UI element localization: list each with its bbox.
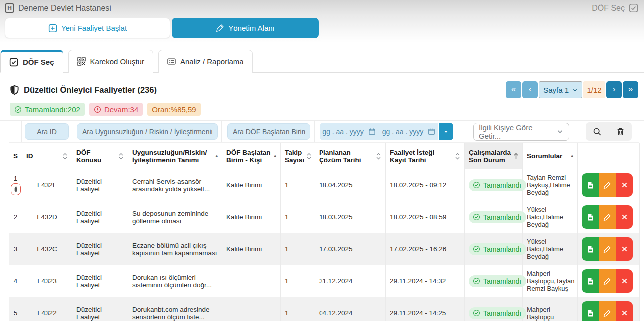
attachment-icon[interactable] bbox=[11, 184, 21, 196]
cell-follow-count: 1 bbox=[281, 234, 315, 266]
delete-button[interactable] bbox=[616, 174, 633, 197]
edit-button[interactable] bbox=[599, 174, 616, 197]
header-follow-label: Takip Sayısı bbox=[285, 149, 304, 164]
search-id-input[interactable] bbox=[25, 124, 69, 140]
date-to-input[interactable]: gg . aa . yyyy bbox=[379, 123, 438, 140]
qr-code-icon bbox=[77, 58, 86, 66]
status-badge: Tamamlandı bbox=[469, 212, 526, 224]
person-filter-select[interactable]: İlgili Kişiye Göre Getir... bbox=[473, 123, 569, 141]
header-id[interactable]: ID bbox=[22, 144, 72, 170]
cell-responsible: Yüksel Balcı,Halime Beydağ bbox=[523, 234, 578, 266]
hospital-icon: H bbox=[5, 4, 14, 13]
edit-button[interactable] bbox=[599, 238, 616, 261]
header-definition[interactable]: Uygunsuzluğun/Riskin/ İyileştirmenin Tan… bbox=[128, 144, 222, 170]
header-requested[interactable]: Faaliyet İsteği Kayıt Tarihi bbox=[386, 144, 465, 170]
view-report-button[interactable] bbox=[582, 302, 599, 321]
calendar-icon[interactable] bbox=[428, 128, 435, 136]
edit-button[interactable] bbox=[599, 206, 616, 229]
checkbox-icon bbox=[9, 58, 18, 67]
cell-follow-count: 1 bbox=[281, 170, 315, 202]
header-unit[interactable]: DÖF Başlatan Birim - Kişi• bbox=[222, 144, 281, 170]
calendar-icon[interactable] bbox=[368, 128, 376, 136]
header-topic[interactable]: DÖF Konusu bbox=[72, 144, 128, 170]
header-responsible[interactable]: Sorumlular• bbox=[523, 144, 578, 170]
table-row[interactable]: 3 F432C Düzeltici Faaliyet Eczane bölümü… bbox=[9, 234, 640, 266]
first-page-button[interactable]: « bbox=[506, 82, 521, 98]
ratio-badge: Oran:%85,59 bbox=[147, 103, 200, 116]
page-select[interactable]: Sayfa 1 bbox=[539, 82, 582, 98]
edit-button[interactable] bbox=[599, 270, 616, 293]
header-requested-label: Faaliyet İsteği Kayıt Tarihi bbox=[390, 149, 453, 164]
cell-request-date: 18.02.2025 - 08:59 bbox=[386, 202, 465, 234]
clear-filters-button[interactable] bbox=[609, 122, 632, 141]
filter-id-cell bbox=[22, 121, 72, 142]
edit-button[interactable] bbox=[599, 302, 616, 321]
sort-icon bbox=[306, 152, 312, 160]
search-definition-input[interactable] bbox=[77, 124, 218, 140]
document-icon bbox=[586, 182, 594, 190]
status-label: Tamamlandı bbox=[483, 214, 521, 222]
plus-square-icon bbox=[48, 24, 57, 33]
table-row[interactable]: 2 F432D Düzeltici Faaliyet Su deposunun … bbox=[9, 202, 640, 234]
view-report-button[interactable] bbox=[582, 174, 599, 197]
delete-button[interactable] bbox=[616, 206, 633, 229]
hospital-name: Deneme Devlet Hastanesi bbox=[18, 4, 111, 13]
search-button[interactable] bbox=[586, 122, 609, 141]
cell-planned-date: 18.03.2025 bbox=[315, 202, 386, 234]
shield-icon bbox=[10, 86, 19, 95]
exclamation-circle-icon bbox=[94, 106, 101, 114]
header-unit-label: DÖF Başlatan Birim - Kişi bbox=[226, 149, 272, 164]
cell-definition: Dorukan ısı ölçümleri sisteminin ölçümle… bbox=[128, 266, 222, 298]
prev-page-button[interactable]: ‹ bbox=[522, 82, 538, 98]
check-circle-icon bbox=[473, 310, 480, 317]
table-row[interactable]: 4 F4323 Düzeltici Faaliyet Dorukan ısı ö… bbox=[9, 266, 640, 298]
date-to-placeholder: gg . aa . yyyy bbox=[382, 128, 423, 136]
tab-dof-sec[interactable]: DÖF Seç bbox=[0, 50, 63, 73]
caret-down-icon bbox=[443, 128, 449, 135]
row-actions bbox=[582, 238, 633, 261]
column-menu-icon[interactable]: • bbox=[274, 152, 276, 160]
header-status[interactable]: Çalışmalarda Son Durum bbox=[465, 144, 523, 170]
check-circle-icon bbox=[473, 246, 480, 253]
ongoing-badge-label: Devam:34 bbox=[104, 106, 138, 114]
new-activity-button[interactable]: Yeni Faaliyet Başlat bbox=[5, 18, 170, 38]
cell-topic: Düzeltici Faaliyet bbox=[72, 298, 128, 321]
cell-unit: Kalite Birimi bbox=[222, 234, 281, 266]
tab-analiz-raporlama[interactable]: Analiz / Raporlama bbox=[158, 50, 253, 73]
page-title-label: Düzeltici Önleyici Faaliyetler (236) bbox=[24, 86, 157, 95]
header-follow[interactable]: Takip Sayısı bbox=[281, 144, 315, 170]
date-from-input[interactable]: gg . aa . yyyy bbox=[320, 123, 379, 140]
view-report-button[interactable] bbox=[582, 206, 599, 229]
cell-id: F432D bbox=[22, 202, 72, 234]
pagination: « ‹ Sayfa 1 1/12 › » bbox=[506, 82, 638, 98]
tab-karekod-olustur[interactable]: Karekod Oluştur bbox=[68, 50, 153, 73]
delete-button[interactable] bbox=[616, 302, 633, 321]
search-unit-input[interactable] bbox=[227, 124, 310, 140]
cell-topic: Düzeltici Faaliyet bbox=[72, 170, 128, 202]
table-body: 1 F432F Düzeltici Faaliyet Cerrahi Servi… bbox=[9, 170, 640, 321]
sort-asc-icon bbox=[513, 152, 519, 160]
view-report-button[interactable] bbox=[582, 270, 599, 293]
header-id-label: ID bbox=[26, 152, 33, 160]
checkbox-icon[interactable] bbox=[629, 4, 638, 13]
management-area-button[interactable]: Yönetim Alanı bbox=[172, 18, 319, 38]
tab-bar: DÖF Seç Karekod Oluştur Analiz / Raporla… bbox=[0, 50, 644, 73]
header-planned[interactable]: Planlanan Çözüm Tarihi bbox=[315, 144, 386, 170]
toolbar: Yeni Faaliyet Başlat Yönetim Alanı bbox=[5, 18, 319, 38]
last-page-button[interactable]: » bbox=[623, 82, 638, 98]
status-label: Tamamlandı bbox=[483, 182, 521, 190]
table-row[interactable]: 1 F432F Düzeltici Faaliyet Cerrahi Servi… bbox=[9, 170, 640, 202]
brand-bar: H Deneme Devlet Hastanesi DÖF Seç bbox=[0, 0, 644, 13]
column-menu-icon[interactable]: • bbox=[571, 152, 573, 160]
cell-planned-date: 31.12.2024 bbox=[315, 266, 386, 298]
ratio-badge-label: Oran:%85,59 bbox=[152, 106, 196, 114]
view-report-button[interactable] bbox=[582, 238, 599, 261]
delete-button[interactable] bbox=[616, 238, 633, 261]
next-page-button[interactable]: › bbox=[606, 82, 622, 98]
corner-label: DÖF Seç bbox=[592, 4, 625, 13]
table-row[interactable]: 5 F4322 Düzeltici Faaliyet Dorukanbt.com… bbox=[9, 298, 640, 321]
date-options-button[interactable] bbox=[439, 123, 453, 140]
cell-id: F432C bbox=[22, 234, 72, 266]
column-menu-icon[interactable]: • bbox=[215, 152, 218, 160]
delete-button[interactable] bbox=[616, 270, 633, 293]
